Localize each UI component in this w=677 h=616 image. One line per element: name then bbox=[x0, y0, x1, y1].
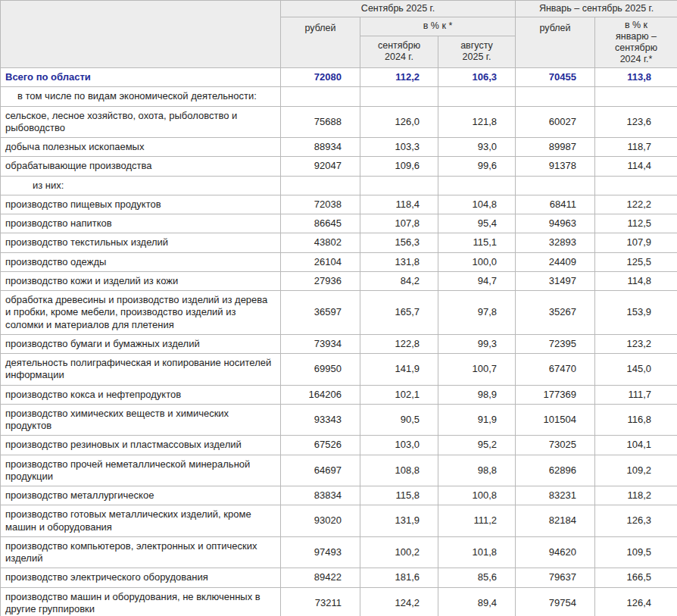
value-cell: 73211 bbox=[281, 587, 360, 616]
table-row: деятельность полиграфическая и копирован… bbox=[1, 354, 677, 386]
value-cell: 106,3 bbox=[438, 68, 516, 87]
row-label: в том числе по видам экономической деяте… bbox=[1, 87, 281, 106]
table-row: обработка древесины и производство издел… bbox=[1, 291, 677, 335]
value-cell bbox=[516, 87, 595, 106]
value-cell: 103,3 bbox=[360, 138, 438, 157]
table-row: производство напитков86645107,895,494963… bbox=[1, 214, 677, 233]
value-cell: 93343 bbox=[281, 404, 360, 436]
table-row: производство пищевых продуктов72038118,4… bbox=[1, 195, 677, 214]
value-cell: 177369 bbox=[516, 385, 595, 404]
table-row: производство бумаги и бумажных изделий73… bbox=[1, 334, 677, 353]
value-cell: 97493 bbox=[281, 536, 360, 568]
row-label: обработка древесины и производство издел… bbox=[1, 291, 281, 335]
value-cell: 118,2 bbox=[595, 486, 677, 505]
value-cell: 156,3 bbox=[360, 233, 438, 252]
value-cell: 88934 bbox=[281, 138, 360, 157]
value-cell bbox=[516, 176, 595, 195]
value-cell: 116,8 bbox=[595, 404, 677, 436]
value-cell: 125,5 bbox=[595, 252, 677, 271]
value-cell: 108,8 bbox=[360, 455, 438, 486]
row-label: обрабатывающие производства bbox=[1, 157, 281, 176]
table-row: производство готовых металлических издел… bbox=[1, 505, 677, 537]
value-cell: 86645 bbox=[281, 214, 360, 233]
row-label: производство бумаги и бумажных изделий bbox=[1, 334, 281, 353]
value-cell: 94963 bbox=[516, 214, 595, 233]
value-cell: 112,2 bbox=[360, 68, 438, 87]
value-cell: 112,5 bbox=[595, 214, 677, 233]
value-cell: 118,7 bbox=[595, 138, 677, 157]
table-row: производство компьютеров, электронных и … bbox=[1, 536, 677, 568]
value-cell: 115,8 bbox=[360, 486, 438, 505]
value-cell: 67470 bbox=[516, 354, 595, 386]
value-cell: 72038 bbox=[281, 195, 360, 214]
row-label: производство компьютеров, электронных и … bbox=[1, 536, 281, 568]
table-row: Всего по области72080112,2106,370455113,… bbox=[1, 68, 677, 87]
row-label: деятельность полиграфическая и копирован… bbox=[1, 354, 281, 386]
value-cell: 75688 bbox=[281, 106, 360, 138]
column-rubles-september: рублей bbox=[281, 17, 360, 68]
row-label: из них: bbox=[1, 176, 281, 195]
value-cell: 104,8 bbox=[438, 195, 516, 214]
value-cell: 43802 bbox=[281, 233, 360, 252]
value-cell bbox=[281, 87, 360, 106]
value-cell: 121,8 bbox=[438, 106, 516, 138]
value-cell: 36597 bbox=[281, 291, 360, 335]
value-cell: 62896 bbox=[516, 455, 595, 486]
column-rubles-january-september: рублей bbox=[516, 17, 595, 68]
value-cell: 35267 bbox=[516, 291, 595, 335]
row-label: производство одежды bbox=[1, 252, 281, 271]
value-cell: 94620 bbox=[516, 536, 595, 568]
value-cell: 89422 bbox=[281, 568, 360, 587]
value-cell: 99,3 bbox=[438, 334, 516, 353]
table-row: производство кокса и нефтепродуктов16420… bbox=[1, 385, 677, 404]
page: Сентябрь 2025 г. Январь – сентябрь 2025 … bbox=[0, 0, 677, 616]
value-cell: 98,9 bbox=[438, 385, 516, 404]
value-cell bbox=[438, 176, 516, 195]
value-cell: 70455 bbox=[516, 68, 595, 87]
value-cell: 72080 bbox=[281, 68, 360, 87]
value-cell: 100,2 bbox=[360, 536, 438, 568]
row-label: производство электрического оборудования bbox=[1, 568, 281, 587]
value-cell: 93,0 bbox=[438, 138, 516, 157]
value-cell: 164206 bbox=[281, 385, 360, 404]
value-cell: 89,4 bbox=[438, 587, 516, 616]
value-cell: 145,0 bbox=[595, 354, 677, 386]
value-cell: 95,4 bbox=[438, 214, 516, 233]
column-group-september: Сентябрь 2025 г. bbox=[281, 1, 516, 17]
value-cell: 91378 bbox=[516, 157, 595, 176]
value-cell bbox=[281, 176, 360, 195]
value-cell: 68411 bbox=[516, 195, 595, 214]
table-header: Сентябрь 2025 г. Январь – сентябрь 2025 … bbox=[1, 1, 677, 68]
table-row: из них: bbox=[1, 176, 677, 195]
value-cell: 99,6 bbox=[438, 157, 516, 176]
row-label: производство резиновых и пластмассовых и… bbox=[1, 436, 281, 455]
value-cell: 123,6 bbox=[595, 106, 677, 138]
table-row: производство резиновых и пластмассовых и… bbox=[1, 436, 677, 455]
value-cell: 131,8 bbox=[360, 252, 438, 271]
value-cell: 153,9 bbox=[595, 291, 677, 335]
value-cell: 90,5 bbox=[360, 404, 438, 436]
value-cell: 92047 bbox=[281, 157, 360, 176]
value-cell: 31497 bbox=[516, 271, 595, 290]
row-label: производство пищевых продуктов bbox=[1, 195, 281, 214]
value-cell: 131,9 bbox=[360, 505, 438, 537]
header-row-groups: Сентябрь 2025 г. Январь – сентябрь 2025 … bbox=[1, 1, 677, 17]
value-cell: 113,8 bbox=[595, 68, 677, 87]
value-cell: 111,2 bbox=[438, 505, 516, 537]
column-group-january-september: Январь – сентябрь 2025 г. bbox=[516, 1, 677, 17]
column-percent-to-september-2024: сентябрю 2024 г. bbox=[360, 36, 438, 67]
value-cell: 82184 bbox=[516, 505, 595, 537]
table-row: производство химических веществ и химиче… bbox=[1, 404, 677, 436]
value-cell: 165,7 bbox=[360, 291, 438, 335]
value-cell: 64697 bbox=[281, 455, 360, 486]
table-row: в том числе по видам экономической деяте… bbox=[1, 87, 677, 106]
value-cell: 122,2 bbox=[595, 195, 677, 214]
column-percent-to-august-2025: августу 2025 г. bbox=[438, 36, 516, 67]
value-cell: 93020 bbox=[281, 505, 360, 537]
value-cell bbox=[360, 87, 438, 106]
table-row: обрабатывающие производства92047109,699,… bbox=[1, 157, 677, 176]
value-cell: 83834 bbox=[281, 486, 360, 505]
value-cell bbox=[595, 176, 677, 195]
value-cell: 100,0 bbox=[438, 252, 516, 271]
table-row: производство металлургическое83834115,81… bbox=[1, 486, 677, 505]
